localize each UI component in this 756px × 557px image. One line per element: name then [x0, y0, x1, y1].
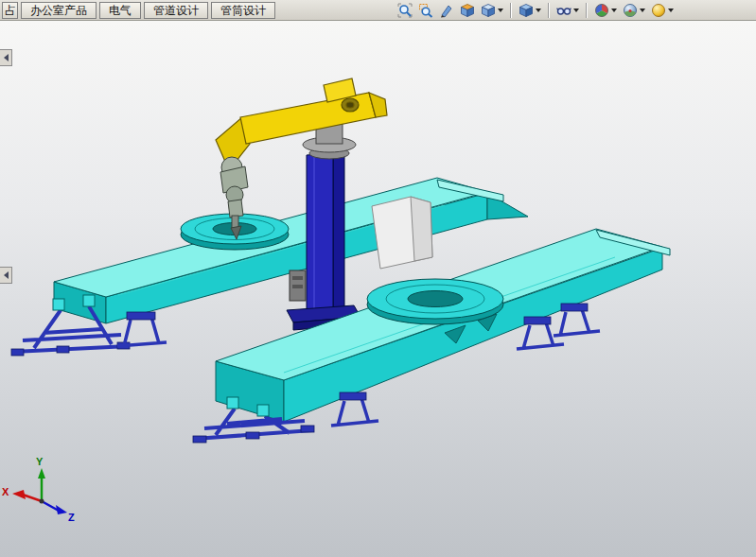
orientation-triad: Y X Z — [2, 456, 75, 523]
section-view-icon[interactable] — [458, 1, 477, 20]
tab-partial[interactable]: 占 — [2, 2, 18, 19]
apply-scene-icon[interactable] — [621, 1, 647, 20]
tab-office-products[interactable]: 办公室产品 — [21, 2, 97, 19]
hide-show-items-icon[interactable] — [554, 1, 581, 20]
heads-up-view-toolbar — [395, 1, 754, 20]
left-arrow-icon — [4, 54, 9, 61]
triad-z-label: Z — [68, 512, 75, 523]
view-settings-dropdown-arrow[interactable] — [668, 9, 674, 12]
tab-piping-design[interactable]: 管道设计 — [144, 2, 208, 19]
zoom-to-area-icon[interactable] — [416, 1, 435, 20]
3d-model-canvas[interactable]: Y X Z — [0, 21, 756, 557]
toolbar-separator — [510, 3, 512, 18]
previous-view-icon[interactable] — [437, 1, 456, 20]
view-orientation-dropdown-arrow[interactable] — [498, 9, 503, 12]
triad-x-label: X — [2, 486, 9, 497]
left-arrow-icon — [4, 271, 9, 279]
edit-appearance-icon[interactable] — [592, 1, 619, 20]
zoom-to-fit-icon[interactable] — [396, 1, 414, 20]
toolbar-separator — [548, 3, 550, 18]
display-style-dropdown-arrow[interactable] — [536, 9, 541, 12]
toolbar-separator — [586, 3, 588, 18]
tab-electrical[interactable]: 电气 — [99, 2, 141, 19]
robot-arm[interactable] — [216, 78, 387, 170]
feature-panel-collapse-arrow-mid[interactable] — [0, 267, 12, 284]
edit-appearance-dropdown-arrow[interactable] — [611, 9, 617, 12]
command-manager-toolbar: 占 办公室产品 电气 管道设计 管筒设计 — [0, 0, 756, 21]
view-orientation-icon[interactable] — [479, 1, 505, 20]
display-style-icon[interactable] — [517, 1, 543, 20]
graphics-viewport[interactable]: Y X Z — [0, 21, 756, 557]
tab-tubing-design[interactable]: 管筒设计 — [211, 2, 275, 19]
feature-panel-collapse-arrow[interactable] — [0, 49, 12, 66]
front-ring[interactable] — [367, 279, 503, 324]
hide-show-items-dropdown-arrow[interactable] — [573, 9, 579, 12]
view-settings-icon[interactable] — [649, 1, 676, 20]
triad-y-label: Y — [36, 456, 44, 467]
apply-scene-dropdown-arrow[interactable] — [640, 9, 645, 12]
fixture-plate[interactable] — [372, 197, 432, 269]
